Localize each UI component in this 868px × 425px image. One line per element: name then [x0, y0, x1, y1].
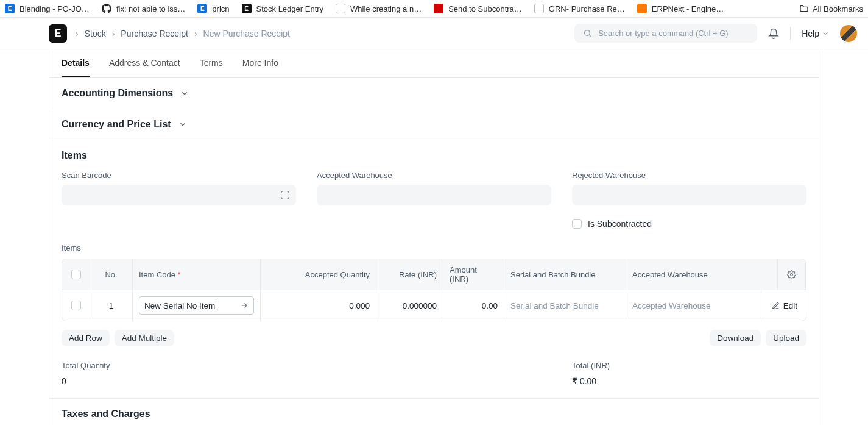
grid-header: No. Item Code * Accepted Quantity Rate (… [62, 259, 806, 290]
section-items: Items [49, 140, 819, 171]
bookmark-stock-ledger[interactable]: E Stock Ledger Entry [242, 4, 324, 13]
section-title: Accounting Dimensions [62, 88, 173, 99]
upload-button[interactable]: Upload [766, 330, 806, 346]
all-bookmarks-label: All Bookmarks [813, 4, 863, 13]
select-all-checkbox[interactable] [71, 270, 81, 279]
chevron-right-icon: › [76, 29, 79, 38]
total-inr-label: Total (INR) [572, 361, 806, 370]
help-dropdown[interactable]: Help [802, 29, 829, 38]
is-subcontracted-checkbox[interactable]: Is Subcontracted [572, 219, 806, 229]
row-edit-button[interactable]: Edit [763, 290, 806, 321]
navbar: E › Stock › Purchase Receipt › New Purch… [0, 18, 868, 49]
global-search[interactable]: Search or type a command (Ctrl + G) [574, 24, 757, 43]
col-no: No. [90, 259, 133, 290]
bookmark-pricn[interactable]: E pricn [197, 4, 229, 13]
download-button[interactable]: Download [710, 330, 761, 346]
bookmark-label: fix: not able to iss… [116, 4, 185, 13]
col-serial-batch: Serial and Batch Bundle [504, 259, 626, 290]
add-row-button[interactable]: Add Row [62, 330, 110, 346]
favicon-frappe-icon: F [336, 4, 345, 13]
scan-barcode-label: Scan Barcode [62, 171, 296, 180]
bookmark-grn-purchase[interactable]: F GRN- Purchase Re… [534, 4, 625, 13]
serial-batch-cell[interactable]: Serial and Batch Bundle [504, 290, 626, 321]
table-row: 1 New Serial No Item [62, 290, 806, 321]
bookmark-label: GRN- Purchase Re… [549, 4, 625, 13]
folder-icon [799, 4, 809, 13]
col-rate: Rate (INR) [376, 259, 443, 290]
rejected-warehouse-input[interactable] [572, 185, 806, 205]
bookmarks-bar: E Blending - PO-JO… fix: not able to iss… [0, 0, 868, 18]
favicon-erpnext-icon: E [197, 4, 207, 13]
breadcrumb-purchase-receipt[interactable]: Purchase Receipt [121, 29, 188, 38]
chevron-down-icon [178, 120, 187, 129]
app-logo[interactable]: E [49, 24, 67, 43]
row-no: 1 [90, 290, 133, 321]
item-code-input[interactable]: New Serial No Item [139, 296, 254, 315]
bookmark-label: Blending - PO-JO… [19, 4, 90, 13]
bell-icon [768, 28, 779, 39]
bookmark-erpnext-engine[interactable]: ERPNext - Engine… [637, 4, 724, 13]
breadcrumb-stock[interactable]: Stock [85, 29, 106, 38]
search-placeholder: Search or type a command (Ctrl + G) [598, 29, 729, 38]
favicon-frappe-icon: F [534, 4, 544, 13]
items-grid-label: Items [62, 243, 806, 252]
rate-cell[interactable]: 0.000000 [376, 290, 443, 321]
barcode-scan-icon[interactable] [280, 190, 290, 200]
total-quantity-value: 0 [62, 376, 296, 386]
checkbox-icon [572, 219, 582, 229]
section-accounting-dimensions[interactable]: Accounting Dimensions [49, 78, 819, 109]
col-accepted-qty: Accepted Quantity [261, 259, 376, 290]
chevron-down-icon [180, 89, 189, 98]
item-code-value: New Serial No Item [144, 301, 215, 310]
breadcrumb-current: New Purchase Receipt [203, 29, 290, 38]
text-cursor [258, 301, 258, 312]
favicon-erpnext-dark-icon: E [242, 4, 252, 13]
section-title: Taxes and Charges [62, 409, 150, 420]
grid-actions: Add Row Add Multiple Download Upload [62, 330, 806, 346]
total-quantity-label: Total Quantity [62, 361, 296, 370]
rejected-warehouse-label: Rejected Warehouse [572, 171, 806, 180]
tab-details[interactable]: Details [62, 49, 90, 77]
bookmark-label: Stock Ledger Entry [256, 4, 324, 13]
document-tabs: Details Address & Contact Terms More Inf… [49, 49, 819, 78]
avatar[interactable] [840, 25, 857, 42]
grid-settings-button[interactable] [778, 259, 806, 290]
favicon-orange-icon [637, 4, 647, 13]
accepted-qty-cell[interactable]: 0.000 [261, 290, 376, 321]
pencil-icon [772, 302, 780, 310]
chevron-right-icon: › [112, 29, 115, 38]
svg-point-0 [585, 30, 590, 36]
svg-point-1 [791, 273, 793, 276]
add-multiple-button[interactable]: Add Multiple [115, 330, 174, 346]
bookmark-send-subcontra[interactable]: Send to Subcontra… [434, 4, 522, 13]
accepted-warehouse-cell[interactable]: Accepted Warehouse [626, 290, 763, 321]
col-item-code: Item Code * [133, 259, 261, 290]
bookmark-label: While creating a n… [350, 4, 422, 13]
section-title: Items [62, 150, 87, 161]
tab-address-contact[interactable]: Address & Contact [109, 49, 180, 77]
tab-terms[interactable]: Terms [200, 49, 223, 77]
is-subcontracted-label: Is Subcontracted [588, 219, 652, 229]
bookmark-fix-issue[interactable]: fix: not able to iss… [102, 4, 185, 13]
tab-more-info[interactable]: More Info [242, 49, 278, 77]
favicon-red-icon [434, 4, 443, 13]
search-icon [583, 29, 592, 38]
col-amount: Amount (INR) [443, 259, 504, 290]
gear-icon [787, 270, 796, 279]
favicon-erpnext-icon: E [5, 4, 15, 13]
text-cursor [216, 300, 216, 311]
bookmark-while-creating[interactable]: F While creating a n… [336, 4, 422, 13]
open-link-icon[interactable] [240, 301, 249, 310]
row-checkbox[interactable] [71, 301, 81, 310]
scan-barcode-input[interactable] [62, 185, 296, 205]
chevron-down-icon [822, 30, 829, 37]
accepted-warehouse-input[interactable] [317, 185, 551, 205]
section-title: Currency and Price List [62, 119, 171, 130]
notifications-button[interactable] [768, 28, 779, 39]
accepted-warehouse-label: Accepted Warehouse [317, 171, 551, 180]
bookmark-blending[interactable]: E Blending - PO-JO… [5, 4, 90, 13]
chevron-right-icon: › [194, 29, 197, 38]
section-currency-price-list[interactable]: Currency and Price List [49, 109, 819, 140]
divider [790, 27, 791, 40]
all-bookmarks[interactable]: All Bookmarks [799, 4, 863, 13]
